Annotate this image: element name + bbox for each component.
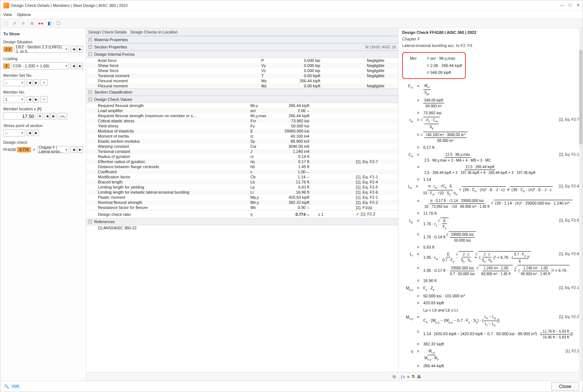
- table-row: Yield stressFy50.000 ksi: [86, 123, 398, 128]
- table-row: Modification factorCb1.14 --[1], Eq. F1-…: [86, 174, 398, 179]
- table-row-final: Design check ratioη0.774 --≤ 1✓[1], F2.2: [86, 210, 398, 218]
- member-no-value: 1: [5, 97, 7, 102]
- prev-button[interactable]: ◀: [71, 146, 76, 153]
- design-check-ratio: 0.774: [17, 147, 31, 153]
- export-icon[interactable]: ▦: [392, 374, 396, 379]
- tool-icon-4[interactable]: ≣: [29, 20, 35, 27]
- right-panel: Design Check FF4100 | AISC 360 | 2022 Ch…: [398, 28, 583, 381]
- table-row: Flexural momentMy266.44 kipft: [86, 78, 398, 83]
- table-row: Resistance factor for flexureΦb0.90 --[1…: [86, 205, 398, 210]
- tab-location[interactable]: Design Checks in Location: [130, 30, 178, 34]
- next-button[interactable]: ▶: [33, 96, 39, 103]
- stress-point-combo[interactable]: -- ▾: [3, 129, 25, 136]
- table-row: Nominal flexural strengthMn,y382.32 kipf…: [86, 200, 398, 205]
- center-panel: Design Check Details Design Checks in Lo…: [86, 28, 398, 381]
- tool-icon-3[interactable]: ≡: [20, 20, 27, 27]
- next-button[interactable]: ▶: [77, 46, 83, 52]
- window-title: Design Check Details | Members | Steel D…: [11, 3, 560, 8]
- tool-icon-1[interactable]: ⬚: [3, 20, 9, 27]
- next-button[interactable]: ▶: [77, 63, 83, 69]
- precision-icon[interactable]: 0.00: [11, 384, 20, 389]
- prev-button[interactable]: ◀: [71, 46, 76, 52]
- group-header[interactable]: +Section Classification: [86, 88, 398, 96]
- formula-icon[interactable]: ƒx: [401, 375, 405, 379]
- member-set-value: --: [5, 80, 8, 85]
- right-desc: Lateral-torsional buckling acc. to F2, F…: [402, 43, 579, 48]
- locate-icon[interactable]: x/x₀: [58, 113, 67, 119]
- close-button[interactable]: Close: [551, 382, 579, 391]
- group-header[interactable]: −References: [86, 218, 398, 225]
- list-icon[interactable]: ≡: [407, 375, 409, 379]
- tool-icon-6[interactable]: ◧: [46, 20, 53, 27]
- chevron-down-icon: ▾: [21, 131, 23, 135]
- menu-view[interactable]: View: [3, 12, 12, 17]
- group-header[interactable]: −Design Check Values: [86, 96, 398, 103]
- table-row: Warping constantCw3040.00 in6: [86, 144, 398, 149]
- tool-icon-2[interactable]: ⤢: [11, 20, 18, 27]
- member-loc-input[interactable]: [3, 112, 36, 120]
- member-no-combo[interactable]: 1 ▾: [3, 96, 25, 103]
- close-icon[interactable]: ✕: [576, 3, 580, 8]
- pick-icon[interactable]: ⤢: [40, 79, 48, 86]
- prev-button[interactable]: ◀: [44, 113, 50, 119]
- table-row: Effective radius of gyrationrts0.17 ft[1…: [86, 159, 398, 164]
- table-row: [1] ANSI/AISC 360-22: [86, 225, 398, 230]
- prev-button[interactable]: ◀: [27, 96, 32, 103]
- table-row: Axial forceP0.000 kipNegligible: [86, 58, 398, 63]
- chevron-down-icon: ▾: [66, 64, 67, 68]
- group-header[interactable]: −Design Internal Forces: [86, 51, 398, 58]
- prev-button[interactable]: ◀: [27, 79, 32, 86]
- design-situation-combo[interactable]: DS2 - Section 2.3 (LRFD), 1. to 5. ▾: [14, 45, 69, 53]
- print-icon[interactable]: 🖶: [417, 375, 421, 379]
- table-row: Coefficientc1.00 --: [86, 169, 398, 174]
- menubar: View Options: [0, 11, 583, 19]
- chevron-down-icon: ▾: [21, 98, 23, 101]
- right-chapter: Chapter F: [402, 37, 579, 41]
- tab-details[interactable]: Design Check Details: [88, 30, 127, 34]
- maximize-icon[interactable]: ☐: [568, 3, 572, 8]
- next-button[interactable]: ▶: [33, 130, 39, 136]
- table-row: Elastic section modulusSy88.900 in3: [86, 139, 398, 144]
- chevron-down-icon: ▾: [66, 47, 67, 51]
- chevron-down-icon: ▾: [66, 148, 67, 151]
- next-button[interactable]: ▶: [77, 146, 83, 153]
- loading-value: CO6 - 1.20D + 1.60L: [13, 64, 50, 68]
- table-row: Distance between flange centroidsh01.45 …: [86, 164, 398, 169]
- table-row: Required flexural strength (maximum on m…: [86, 113, 398, 118]
- group-header[interactable]: +Section PropertiesW 18x50 | AISC 16: [86, 43, 398, 51]
- formula-area: Mcr= αcr · Mr,y,max = 2.06 · 266.44 kipf…: [398, 48, 583, 372]
- check-icon: ✓: [32, 147, 36, 152]
- group-header[interactable]: +Material Properties: [86, 36, 398, 43]
- pick-icon[interactable]: ⤢: [40, 96, 48, 103]
- next-button[interactable]: ▶: [51, 113, 56, 119]
- table-row: Shear forceVy0.000 kipNegligible: [86, 63, 398, 68]
- center-bottom-toolbar: ▦: [86, 372, 398, 381]
- sort-icon[interactable]: ⇅: [412, 374, 415, 379]
- tool-icon-7[interactable]: ☐: [55, 20, 62, 27]
- tool-icon-5[interactable]: ●●: [37, 20, 44, 27]
- chevron-down-icon[interactable]: ▾: [37, 113, 43, 120]
- scrollbar[interactable]: [579, 28, 583, 381]
- minimize-icon[interactable]: —: [560, 3, 564, 8]
- next-button[interactable]: ▶: [33, 79, 39, 86]
- table-row: Torsional constantJ1.240 in4: [86, 149, 398, 154]
- design-check-combo[interactable]: Chapter F | Lateral-torsio... ▾: [37, 146, 70, 153]
- member-set-label: Member Set No.: [3, 73, 83, 78]
- right-title: Design Check FF4100 | AISC 360 | 2022: [402, 30, 579, 35]
- member-set-combo[interactable]: -- ▾: [3, 79, 25, 86]
- stress-point-value: --: [5, 131, 8, 135]
- loading-combo[interactable]: CO6 - 1.20D + 1.60L ▾: [11, 62, 69, 70]
- menu-options[interactable]: Options: [17, 12, 31, 17]
- table-row: Modulus of elasticityE29000.000 ksi: [86, 128, 398, 134]
- stress-point-label: Stress point of section: [3, 123, 83, 128]
- prev-button[interactable]: ◀: [27, 130, 32, 136]
- prev-button[interactable]: ◀: [71, 63, 76, 69]
- table-row: Required flexural strengthMr,y266.44 kip…: [86, 103, 398, 108]
- table-row: Critical elastic stressFcr73.982 ksi: [86, 118, 398, 123]
- member-loc-label: Member location x [ft]: [3, 107, 83, 111]
- left-panel: To Show Design Situation 2.3 DS2 - Secti…: [0, 28, 86, 381]
- table-row: Limiting length for yieldingLp5.83 ft[1]…: [86, 185, 398, 190]
- app-icon: [3, 3, 9, 8]
- toolbar: ⬚ ⤢ ≡ ≣ ●● ◧ ☐: [0, 19, 583, 28]
- search-icon[interactable]: 🔍: [4, 384, 9, 389]
